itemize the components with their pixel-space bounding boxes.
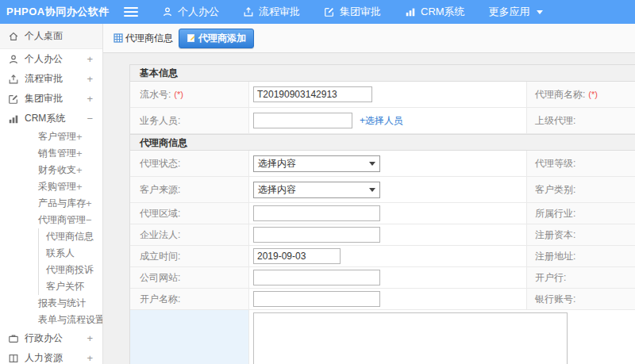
company-website-input[interactable] bbox=[253, 270, 380, 285]
expand-toggle[interactable]: + bbox=[87, 54, 93, 64]
nav-workflow-approval[interactable]: 流程审批 bbox=[243, 5, 300, 19]
nav-crm-system[interactable]: CRM系统 bbox=[405, 5, 465, 19]
sidebar-item-label: 集团审批 bbox=[25, 92, 63, 105]
send-icon bbox=[8, 74, 19, 85]
hamburger-menu-icon[interactable] bbox=[124, 7, 138, 17]
field-label: 企业法人: bbox=[130, 224, 249, 245]
sidebar-item-label: CRM系统 bbox=[25, 112, 65, 125]
select-value: 选择内容 bbox=[258, 157, 296, 171]
sidebar-item-label: 联系人 bbox=[46, 247, 75, 260]
label-text: 代理商名称: bbox=[535, 88, 585, 102]
sidebar-item-reports-stats[interactable]: 报表与统计 bbox=[0, 295, 102, 312]
expand-toggle[interactable]: + bbox=[86, 198, 92, 209]
send-icon bbox=[243, 6, 254, 17]
nav-more-apps[interactable]: 更多应用 bbox=[489, 5, 543, 19]
founding-date-input[interactable] bbox=[253, 248, 341, 264]
label-text: 上级代理: bbox=[535, 114, 575, 128]
serial-number-input[interactable] bbox=[253, 86, 372, 102]
salesperson-input[interactable] bbox=[253, 113, 352, 128]
nav-label: CRM系统 bbox=[421, 5, 465, 19]
label-text: 注册资本: bbox=[535, 228, 575, 242]
agent-add-form: 基本信息 流水号: (*) 代理商名称: (*) 业务人员: +选择人员 bbox=[129, 64, 635, 364]
field-label: 银行账号: bbox=[527, 289, 635, 309]
caret-down-icon bbox=[369, 188, 375, 192]
sidebar-item-group-approval[interactable]: 集团审批 + bbox=[0, 89, 102, 109]
expand-toggle[interactable]: + bbox=[87, 333, 93, 343]
field-label: 代理状态: bbox=[130, 151, 249, 176]
label-text: 代理区域: bbox=[140, 207, 180, 220]
sidebar-item-form-flow-settings[interactable]: 表单与流程设置+ bbox=[0, 312, 102, 328]
required-mark: (*) bbox=[588, 90, 598, 99]
sidebar-item-admin-office[interactable]: 行政办公 + bbox=[0, 328, 102, 348]
field-label: 业务人员: bbox=[130, 108, 249, 133]
label-text: 开户名称: bbox=[140, 293, 180, 306]
sidebar-item-label: 客户关怀 bbox=[46, 280, 84, 293]
sidebar-item-agent-complaints[interactable]: 代理商投诉 bbox=[39, 262, 102, 278]
nav-label: 集团审批 bbox=[340, 5, 381, 19]
sidebar-item-hr[interactable]: 人力资源 + bbox=[0, 348, 102, 364]
sidebar-item-sales-mgmt[interactable]: 销售管理 + bbox=[0, 145, 102, 162]
sidebar-item-products-inventory[interactable]: 产品与库存 + bbox=[0, 195, 102, 212]
sidebar-item-label: 财务收支 bbox=[38, 163, 76, 177]
nav-personal-office[interactable]: 个人办公 bbox=[162, 5, 219, 19]
expand-toggle[interactable]: + bbox=[76, 148, 83, 159]
tab-agent-info[interactable]: 代理商信息 bbox=[114, 32, 173, 45]
expand-toggle[interactable]: + bbox=[87, 74, 93, 84]
sidebar-item-label: 代理商信息 bbox=[46, 230, 94, 243]
agent-submenu: 代理商信息 联系人 代理商投诉 客户关怀 bbox=[38, 228, 102, 295]
sidebar-item-personal-office[interactable]: 个人办公 + bbox=[0, 49, 102, 69]
tab-label: 代理商信息 bbox=[125, 32, 173, 45]
field-label: 开户行: bbox=[527, 267, 635, 288]
form-row-salesperson: 业务人员: +选择人员 上级代理: bbox=[130, 108, 635, 134]
sidebar-item-label: 报表与统计 bbox=[38, 297, 86, 310]
label-text: 企业法人: bbox=[140, 228, 180, 242]
legal-person-input[interactable] bbox=[253, 227, 380, 243]
agent-status-select[interactable]: 选择内容 bbox=[253, 155, 380, 172]
add-edit-icon bbox=[187, 33, 196, 43]
form-row-legal-person: 企业法人: 注册资本: bbox=[130, 224, 635, 246]
label-text: 成立时间: bbox=[140, 250, 180, 263]
required-mark: (*) bbox=[174, 90, 183, 99]
collapse-toggle[interactable]: − bbox=[86, 215, 92, 225]
sidebar-item-workflow-approval[interactable]: 流程审批 + bbox=[0, 69, 102, 89]
expand-toggle[interactable]: + bbox=[87, 353, 93, 363]
label-text: 代理状态: bbox=[140, 157, 180, 171]
agent-region-input[interactable] bbox=[253, 205, 380, 221]
tab-bar: 代理商信息 代理商添加 bbox=[103, 24, 635, 53]
field-label: 成立时间: bbox=[130, 246, 249, 266]
sidebar-item-crm-system[interactable]: CRM系统 − bbox=[0, 109, 102, 128]
expand-toggle[interactable]: + bbox=[76, 165, 83, 175]
collapse-toggle[interactable]: − bbox=[87, 113, 93, 124]
tab-agent-add[interactable]: 代理商添加 bbox=[179, 29, 254, 48]
field-label: 注册资本: bbox=[527, 224, 635, 245]
top-bar: PHPOA协同办公软件 个人办公 流程审批 集团审批 CRM系统 更多应用 bbox=[0, 0, 635, 24]
expand-toggle[interactable]: + bbox=[87, 94, 93, 104]
expand-toggle[interactable]: + bbox=[76, 182, 83, 192]
sidebar-item-label: 人力资源 bbox=[25, 351, 63, 364]
field-label: 客户来源: bbox=[130, 177, 249, 202]
label-text: 公司网站: bbox=[140, 271, 180, 285]
sidebar-item-label: 客户管理 bbox=[38, 130, 76, 144]
expand-toggle[interactable]: + bbox=[76, 132, 83, 142]
field-cell bbox=[249, 289, 527, 309]
sidebar-item-desktop[interactable]: 个人桌面 bbox=[0, 24, 102, 49]
nav-group-approval[interactable]: 集团审批 bbox=[324, 5, 381, 19]
sidebar-item-contacts[interactable]: 联系人 bbox=[39, 245, 102, 262]
select-person-link[interactable]: +选择人员 bbox=[360, 114, 403, 128]
label-text: 开户行: bbox=[535, 271, 566, 285]
customer-source-select[interactable]: 选择内容 bbox=[253, 182, 380, 198]
field-cell bbox=[249, 82, 527, 107]
field-label: 代理商名称: (*) bbox=[527, 82, 635, 107]
sidebar-item-customer-care[interactable]: 客户关怀 bbox=[39, 278, 102, 295]
sidebar-item-purchasing[interactable]: 采购管理 + bbox=[0, 178, 102, 195]
form-row-account-name: 开户名称: 银行账号: bbox=[130, 289, 635, 310]
sidebar-item-customer-mgmt[interactable]: 客户管理 + bbox=[0, 128, 102, 145]
field-label: 详细描述: bbox=[130, 310, 249, 364]
form-row-agent-status: 代理状态: 选择内容 代理等级: bbox=[130, 151, 635, 177]
account-name-input[interactable] bbox=[253, 291, 380, 307]
sidebar-item-finance[interactable]: 财务收支 + bbox=[0, 162, 102, 178]
sidebar-item-agent-info[interactable]: 代理商信息 bbox=[39, 228, 102, 245]
sidebar-item-agent-mgmt[interactable]: 代理商管理 − bbox=[0, 212, 102, 228]
table-icon bbox=[114, 33, 123, 43]
description-textarea[interactable] bbox=[253, 312, 568, 364]
